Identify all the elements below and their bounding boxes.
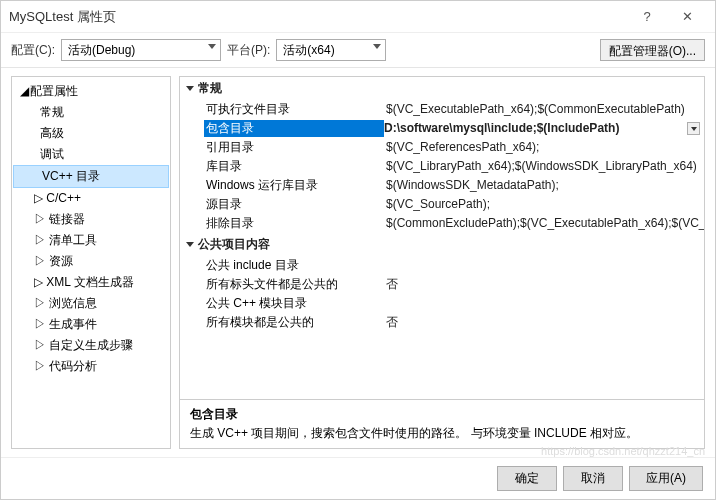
property-value[interactable]: $(VC_ExecutablePath_x64);$(CommonExecuta… — [386, 101, 704, 118]
tree-item[interactable]: ▷ 链接器 — [12, 209, 170, 230]
property-name: Windows 运行库目录 — [206, 177, 386, 194]
properties-pane: 常规可执行文件目录$(VC_ExecutablePath_x64);$(Comm… — [179, 76, 705, 449]
property-row[interactable]: 公共 include 目录 — [180, 256, 704, 275]
configuration-value: 活动(Debug) — [68, 43, 135, 57]
property-row[interactable]: 排除目录$(CommonExcludePath);$(VC_Executable… — [180, 214, 704, 233]
property-value[interactable] — [386, 295, 704, 312]
property-row[interactable]: 源目录$(VC_SourcePath); — [180, 195, 704, 214]
platform-value: 活动(x64) — [283, 43, 334, 57]
property-row[interactable]: 公共 C++ 模块目录 — [180, 294, 704, 313]
property-name: 所有模块都是公共的 — [206, 314, 386, 331]
dropdown-button[interactable] — [687, 122, 700, 135]
tree-item[interactable]: VC++ 目录 — [13, 165, 169, 188]
category-tree[interactable]: ◢配置属性常规高级调试VC++ 目录▷ C/C++▷ 链接器▷ 清单工具▷ 资源… — [11, 76, 171, 449]
property-row[interactable]: 可执行文件目录$(VC_ExecutablePath_x64);$(Common… — [180, 100, 704, 119]
tree-item[interactable]: 常规 — [12, 102, 170, 123]
group-header[interactable]: 公共项目内容 — [180, 233, 704, 256]
property-row[interactable]: Windows 运行库目录$(WindowsSDK_MetadataPath); — [180, 176, 704, 195]
property-name: 所有标头文件都是公共的 — [206, 276, 386, 293]
tree-root[interactable]: ◢配置属性 — [12, 81, 170, 102]
dialog-buttons: 确定 取消 应用(A) — [1, 457, 715, 499]
tree-item[interactable]: 高级 — [12, 123, 170, 144]
help-button[interactable]: ? — [627, 9, 667, 24]
property-value[interactable]: $(VC_ReferencesPath_x64); — [386, 139, 704, 156]
tree-item[interactable]: ▷ 资源 — [12, 251, 170, 272]
tree-item[interactable]: ▷ 自定义生成步骤 — [12, 335, 170, 356]
configuration-select[interactable]: 活动(Debug) — [61, 39, 221, 61]
tree-item[interactable]: ▷ 清单工具 — [12, 230, 170, 251]
property-row[interactable]: 所有模块都是公共的否 — [180, 313, 704, 332]
configuration-label: 配置(C): — [11, 42, 55, 59]
property-row[interactable]: 所有标头文件都是公共的否 — [180, 275, 704, 294]
property-value[interactable]: $(VC_LibraryPath_x64);$(WindowsSDK_Libra… — [386, 158, 704, 175]
property-value[interactable]: 否 — [386, 276, 704, 293]
config-toolbar: 配置(C): 活动(Debug) 平台(P): 活动(x64) 配置管理器(O)… — [1, 33, 715, 68]
tree-item[interactable]: ▷ C/C++ — [12, 188, 170, 209]
property-name: 公共 C++ 模块目录 — [206, 295, 386, 312]
property-value[interactable]: $(CommonExcludePath);$(VC_ExecutablePath… — [386, 215, 704, 232]
property-value[interactable]: D:\software\mysql\include;$(IncludePath) — [384, 120, 704, 137]
chevron-down-icon — [691, 127, 697, 131]
property-row[interactable]: 包含目录D:\software\mysql\include;$(IncludeP… — [180, 119, 704, 138]
close-button[interactable]: ✕ — [667, 9, 707, 24]
property-row[interactable]: 库目录$(VC_LibraryPath_x64);$(WindowsSDK_Li… — [180, 157, 704, 176]
chevron-down-icon — [186, 242, 194, 247]
window-title: MySQLtest 属性页 — [9, 8, 627, 26]
apply-button[interactable]: 应用(A) — [629, 466, 703, 491]
property-value[interactable]: $(WindowsSDK_MetadataPath); — [386, 177, 704, 194]
group-header[interactable]: 常规 — [180, 77, 704, 100]
cancel-button[interactable]: 取消 — [563, 466, 623, 491]
property-row[interactable]: 引用目录$(VC_ReferencesPath_x64); — [180, 138, 704, 157]
tree-item[interactable]: 调试 — [12, 144, 170, 165]
chevron-down-icon — [186, 86, 194, 91]
chevron-down-icon — [208, 44, 216, 49]
ok-button[interactable]: 确定 — [497, 466, 557, 491]
description-title: 包含目录 — [190, 406, 694, 423]
description-box: 包含目录 生成 VC++ 项目期间，搜索包含文件时使用的路径。 与环境变量 IN… — [180, 399, 704, 448]
description-body: 生成 VC++ 项目期间，搜索包含文件时使用的路径。 与环境变量 INCLUDE… — [190, 425, 694, 442]
property-name: 包含目录 — [204, 120, 384, 137]
property-name: 排除目录 — [206, 215, 386, 232]
property-name: 库目录 — [206, 158, 386, 175]
property-pages-dialog: MySQLtest 属性页 ? ✕ 配置(C): 活动(Debug) 平台(P)… — [0, 0, 716, 500]
property-value[interactable] — [386, 257, 704, 274]
property-name: 引用目录 — [206, 139, 386, 156]
property-value[interactable]: 否 — [386, 314, 704, 331]
platform-select[interactable]: 活动(x64) — [276, 39, 386, 61]
platform-label: 平台(P): — [227, 42, 270, 59]
main-content: ◢配置属性常规高级调试VC++ 目录▷ C/C++▷ 链接器▷ 清单工具▷ 资源… — [1, 68, 715, 457]
chevron-down-icon — [373, 44, 381, 49]
property-grid[interactable]: 常规可执行文件目录$(VC_ExecutablePath_x64);$(Comm… — [180, 77, 704, 399]
property-value[interactable]: $(VC_SourcePath); — [386, 196, 704, 213]
property-name: 可执行文件目录 — [206, 101, 386, 118]
config-manager-button[interactable]: 配置管理器(O)... — [600, 39, 705, 61]
tree-item[interactable]: ▷ 生成事件 — [12, 314, 170, 335]
property-name: 公共 include 目录 — [206, 257, 386, 274]
titlebar: MySQLtest 属性页 ? ✕ — [1, 1, 715, 33]
property-name: 源目录 — [206, 196, 386, 213]
tree-item[interactable]: ▷ 代码分析 — [12, 356, 170, 377]
tree-item[interactable]: ▷ XML 文档生成器 — [12, 272, 170, 293]
tree-item[interactable]: ▷ 浏览信息 — [12, 293, 170, 314]
